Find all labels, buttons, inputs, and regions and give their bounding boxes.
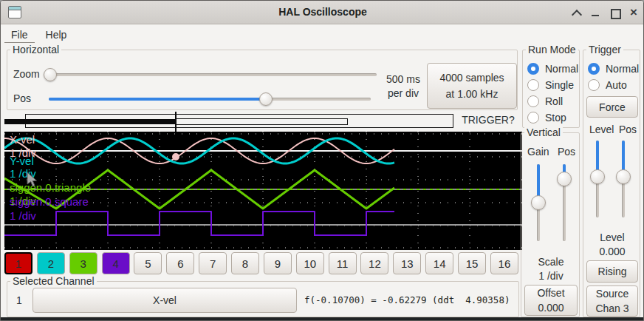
zoom-slider-handle[interactable] (44, 68, 57, 81)
samples-button[interactable]: 4000 samples at 1.00 kHz (427, 63, 517, 109)
trigger-level-value: 0.000 (583, 245, 641, 259)
run-mode-option-stop[interactable]: Stop (527, 112, 566, 124)
menu-help[interactable]: Help (38, 27, 75, 42)
radio-single[interactable] (527, 79, 539, 91)
scope-channel-label: siggen.0.triangle (10, 181, 91, 194)
wave-siggen-0-square (4, 212, 394, 235)
offset-button[interactable]: Offset 0.000 (524, 285, 578, 316)
vertical-pos-slider-label: Pos (558, 146, 575, 158)
trigger-source-button[interactable]: Source Chan 3 (586, 285, 638, 317)
trigger-pos-slider-handle[interactable] (616, 169, 631, 184)
scale-value: 1 /div (521, 269, 580, 283)
scope-display[interactable]: X-vel1 /divY-vel1 /divsiggen.0.triangle1… (4, 132, 522, 250)
channel-name-button[interactable]: X-vel (32, 288, 297, 313)
trigger-point-dot (172, 153, 179, 160)
close-icon[interactable]: × (628, 7, 639, 18)
channel-button-8[interactable]: 8 (231, 252, 259, 274)
gain-slider-label: Gain (527, 146, 549, 158)
timebase-per-div-value: 500 ms (380, 72, 427, 87)
channel-button-14[interactable]: 14 (425, 252, 453, 274)
channel-value-readout: f(-0.10700) = -0.62279 (ddt 4.90358) (304, 294, 510, 305)
trigger-option-auto[interactable]: Auto (588, 79, 627, 91)
vertical-group-title: Vertical (524, 126, 563, 138)
trigger-level-slider-label: Level (589, 124, 614, 135)
timebase-readout: 500 ms per div (380, 72, 427, 101)
run-mode-option-normal[interactable]: Normal (527, 63, 578, 75)
samples-rate: at 1.00 kHz (446, 86, 499, 102)
channel-button-5[interactable]: 5 (134, 252, 162, 274)
trigger-edge-button[interactable]: Rising (586, 260, 638, 283)
run-mode-group: Run Mode Normal Single Roll Stop (522, 50, 580, 128)
menu-file[interactable]: File (4, 27, 35, 42)
channel-button-13[interactable]: 13 (393, 252, 421, 274)
pos-slider-handle[interactable] (259, 92, 273, 106)
menubar: File Help (1, 25, 644, 44)
scale-caption: Scale (521, 255, 580, 269)
radio-trigger-normal[interactable] (588, 63, 600, 75)
trigger-level-slider-fill (596, 141, 599, 173)
record-filled-bar (4, 119, 176, 124)
channel-button-4[interactable]: 4 (102, 252, 130, 274)
trigger-pos-slider-fill (622, 141, 625, 173)
zoom-slider-label: Zoom (13, 68, 40, 80)
run-mode-group-title: Run Mode (526, 44, 578, 55)
channel-button-6[interactable]: 6 (166, 252, 194, 274)
window-title: HAL Oscilloscope (1, 6, 644, 18)
samples-count: 4000 samples (439, 70, 504, 86)
trigger-pos-slider-label: Pos (619, 124, 637, 135)
radio-normal[interactable] (527, 63, 539, 75)
vertical-pos-slider-handle[interactable] (557, 172, 572, 186)
run-mode-option-single[interactable]: Single (527, 79, 574, 91)
trigger-level-caption: Level (583, 231, 641, 245)
channel-button-3[interactable]: 3 (69, 252, 97, 274)
trigger-position-tick[interactable] (175, 112, 177, 132)
channel-name-label: X-vel (153, 293, 177, 308)
timebase-per-div-unit: per div (380, 87, 427, 101)
zoom-slider-track[interactable] (44, 73, 377, 76)
channel-button-1[interactable]: 1 (4, 252, 32, 274)
maximize-icon[interactable] (609, 7, 620, 18)
channel-button-15[interactable]: 15 (458, 252, 486, 274)
scope-channel-label: X-vel (10, 133, 35, 146)
channel-button-16[interactable]: 16 (490, 252, 518, 274)
trigger-option-normal[interactable]: Normal (588, 63, 639, 75)
trigger-group-title: Trigger (586, 44, 623, 55)
channel-button-10[interactable]: 10 (296, 252, 324, 274)
horizontal-group-title: Horizontal (10, 44, 61, 55)
pos-slider-fill (49, 98, 264, 101)
trigger-group: Trigger Normal Auto Force Level Pos Leve… (583, 50, 640, 317)
selected-channel-group: Selected Channel 1 X-vel f(-0.10700) = -… (7, 281, 519, 317)
selected-channel-group-title: Selected Channel (10, 275, 97, 287)
scope-channel-label: siggen.0.square (10, 195, 89, 208)
trigger-question-label: TRIGGER? (456, 114, 521, 126)
scope-channel-label: 1 /div (10, 209, 36, 222)
vertical-group: Vertical Gain Pos Scale 1 /div Offset 0.… (521, 132, 580, 317)
channel-button-2[interactable]: 2 (37, 252, 65, 274)
run-mode-option-roll[interactable]: Roll (527, 95, 563, 107)
channel-button-11[interactable]: 11 (329, 252, 357, 274)
channel-button-7[interactable]: 7 (199, 252, 227, 274)
channel-button-9[interactable]: 9 (264, 252, 292, 274)
window-bottom-edge (1, 317, 644, 321)
app-window: HAL Oscilloscope × File Help Horizontal … (0, 0, 644, 321)
titlebar: HAL Oscilloscope × (1, 1, 644, 24)
pos-slider-label: Pos (13, 92, 31, 104)
radio-roll[interactable] (527, 95, 539, 107)
trigger-level-slider-handle[interactable] (590, 169, 605, 184)
horizontal-group: Horizontal Zoom Pos 500 ms per div 4000 … (7, 50, 518, 110)
selected-channel-number: 1 (16, 294, 22, 306)
shade-icon[interactable] (571, 7, 581, 18)
radio-stop[interactable] (527, 112, 539, 124)
scope-channel-label: Y-vel (10, 155, 34, 167)
channel-button-12[interactable]: 12 (360, 252, 388, 274)
channel-button-row: 12345678910111213141516 (4, 252, 518, 275)
force-button[interactable]: Force (586, 96, 638, 118)
radio-trigger-auto[interactable] (588, 79, 600, 91)
gain-slider-handle[interactable] (531, 195, 546, 210)
record-pending-outline (176, 118, 348, 125)
minimize-icon[interactable] (590, 7, 600, 18)
